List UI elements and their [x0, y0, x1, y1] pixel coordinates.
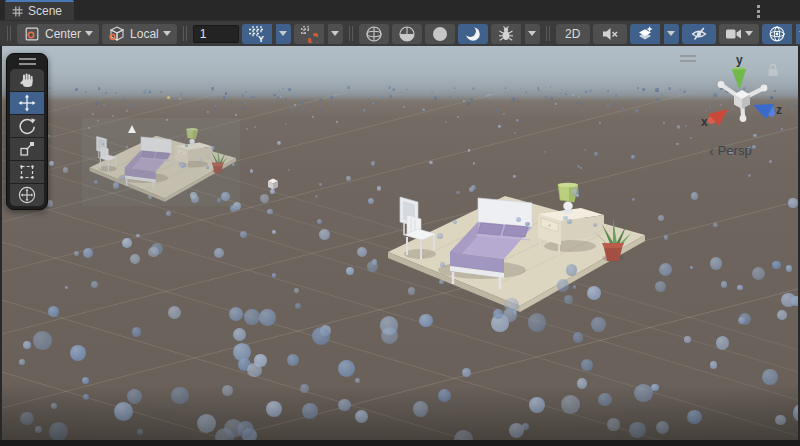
hand-tool-icon [18, 71, 36, 89]
tool-scale-button[interactable] [10, 138, 44, 160]
scene-toolbar: Center Local Y [0, 20, 800, 46]
chevron-down-icon [667, 31, 675, 36]
effects-toggle[interactable] [630, 24, 660, 44]
tool-move-button[interactable] [10, 92, 44, 114]
camera-settings-button[interactable] [719, 24, 759, 44]
audio-mute-toggle[interactable] [593, 24, 627, 44]
light-gizmo-icon[interactable] [126, 124, 138, 135]
pivot-mode-button[interactable]: Center [17, 24, 99, 44]
bedroom-model-large[interactable] [388, 183, 645, 312]
filled-sphere-toggle[interactable] [425, 24, 455, 44]
crescent-moon-toggle[interactable] [458, 24, 488, 44]
2d-label: 2D [565, 27, 580, 41]
tab-grid-icon [12, 6, 23, 17]
increment-snap-dropdown[interactable] [328, 24, 343, 44]
scene-viewport[interactable]: y x z ‹ Persp [2, 46, 798, 440]
wire-sphere-toggle[interactable] [359, 24, 389, 44]
wire-sphere-icon [365, 25, 383, 43]
distance-haze [82, 118, 240, 206]
axis-x-label: x [701, 115, 708, 129]
svg-text:Y: Y [258, 33, 264, 43]
visibility-toggle[interactable] [682, 24, 716, 44]
pivot-icon [23, 25, 41, 43]
tool-rect-button[interactable] [10, 161, 44, 183]
chevron-down-icon [331, 31, 339, 36]
tool-transform-button[interactable] [10, 184, 44, 206]
gizmos-dropdown[interactable] [796, 24, 800, 44]
toolbar-separator [183, 26, 187, 41]
grid-snap-icon: Y [248, 25, 266, 43]
increment-snap-button[interactable] [294, 24, 324, 44]
toolbar-separator [7, 26, 11, 41]
projection-label: Persp [718, 143, 752, 158]
chevron-down-icon [163, 31, 171, 36]
chevron-down-icon [85, 31, 93, 36]
gizmo-y-axis-cone[interactable] [732, 70, 746, 91]
effects-dropdown[interactable] [664, 24, 679, 44]
pivot-mode-label: Center [45, 27, 81, 41]
increment-snap-icon [300, 25, 318, 43]
rotate-tool-icon [18, 117, 36, 135]
tab-bar: Scene [0, 0, 800, 20]
tab-title: Scene [28, 5, 62, 17]
grid-snap-dropdown[interactable] [276, 24, 291, 44]
bug-toggle[interactable] [491, 24, 521, 44]
kebab-menu-icon[interactable] [757, 5, 760, 18]
orientation-mode-button[interactable]: Local [102, 24, 177, 44]
tool-hand-button[interactable] [10, 69, 44, 91]
window-bottom-edge [0, 440, 800, 446]
rect-tool-icon [18, 163, 36, 181]
effects-icon [636, 25, 654, 43]
scene-view-window: Scene Center Local [0, 0, 800, 446]
bug-dropdown[interactable] [525, 24, 540, 44]
filled-sphere-icon [431, 25, 449, 43]
drag-handle-icon[interactable] [19, 58, 36, 65]
grid-snap-toggle[interactable]: Y [242, 24, 272, 44]
eye-hidden-icon [690, 25, 708, 43]
scale-tool-icon [18, 140, 36, 158]
gizmos-toggle[interactable] [762, 24, 792, 44]
axis-z-label: z [776, 103, 782, 117]
snap-value-input[interactable] [193, 25, 239, 43]
2d-toggle[interactable]: 2D [556, 24, 590, 44]
tab-scene[interactable]: Scene [5, 0, 74, 20]
chevron-down-icon [279, 31, 287, 36]
toolbar-separator [349, 26, 353, 41]
half-sphere-icon [398, 25, 416, 43]
transform-tool-icon [18, 186, 36, 204]
orientation-gizmo[interactable]: y x z [700, 52, 795, 140]
chevron-down-icon [528, 31, 536, 36]
selection-cube-gizmo-icon[interactable] [266, 177, 280, 191]
orientation-mode-label: Local [130, 27, 159, 41]
projection-toggle[interactable]: ‹ Persp [709, 143, 752, 158]
tools-overlay [6, 53, 48, 210]
distant-light-gizmo-icon[interactable] [167, 96, 170, 99]
toolbar-separator [546, 26, 550, 41]
chevron-down-icon [745, 31, 753, 36]
speaker-muted-icon [601, 25, 619, 43]
bug-icon [497, 25, 515, 43]
move-tool-icon [18, 94, 36, 112]
tool-rotate-button[interactable] [10, 115, 44, 137]
projection-arrow-icon: ‹ [709, 144, 714, 158]
gizmo-overlay-drag-handle[interactable] [680, 55, 696, 62]
camera-icon [725, 27, 742, 41]
axis-y-label: y [736, 53, 743, 67]
half-sphere-toggle[interactable] [392, 24, 422, 44]
scene-models [2, 46, 798, 440]
moon-icon [464, 25, 482, 43]
gizmo-sphere-icon [768, 25, 786, 43]
cube-icon [108, 25, 126, 43]
